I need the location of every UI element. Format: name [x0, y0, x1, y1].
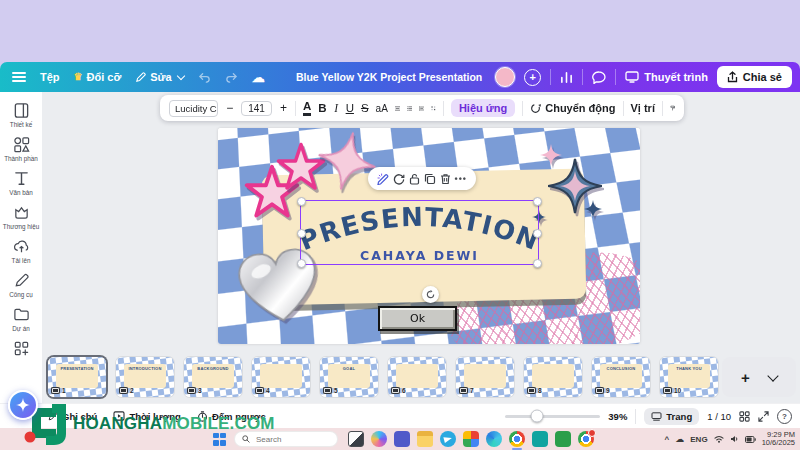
slide-thumbnail[interactable]: CONCLUSION9 [592, 357, 650, 397]
redo-icon[interactable] [225, 71, 238, 84]
resize-menu[interactable]: ♛ Đổi cỡ [74, 71, 122, 83]
share-button[interactable]: Chia sẻ [717, 66, 792, 88]
slide-thumbnail[interactable]: 4 [252, 357, 310, 397]
comment-count-badge[interactable]: 10 [663, 387, 681, 394]
more-options-icon[interactable]: ••• [455, 174, 467, 184]
invite-member-button[interactable]: + [524, 69, 541, 86]
insights-chart-icon[interactable] [560, 71, 573, 84]
copy-style-button[interactable] [670, 102, 675, 114]
comment-count-badge[interactable]: 9 [595, 387, 610, 394]
comment-count-badge[interactable]: 8 [527, 387, 542, 394]
comment-count-badge[interactable]: 1 [51, 387, 66, 394]
transparency-button[interactable] [431, 103, 436, 114]
font-size-increase-button[interactable]: + [279, 101, 288, 115]
selection-handle[interactable] [533, 259, 542, 268]
chrome-icon[interactable] [509, 431, 525, 447]
duration-button[interactable]: Thời lượng [113, 411, 181, 422]
font-size-decrease-button[interactable]: − [225, 101, 234, 115]
slide-page[interactable]: PRESENTATION CAHAYA DEWI ••• [218, 128, 640, 344]
taskbar-search[interactable] [234, 431, 338, 447]
selection-handle[interactable] [297, 259, 306, 268]
hamburger-menu-icon[interactable] [12, 72, 26, 82]
animate-element-icon[interactable] [393, 173, 405, 185]
sidebar-item-text[interactable]: Văn bản [0, 166, 42, 200]
file-explorer-icon[interactable] [417, 431, 433, 447]
comments-icon[interactable] [592, 71, 606, 84]
tray-chevron-icon[interactable]: ^ [665, 435, 670, 444]
slide-thumbnail[interactable]: 6 [388, 357, 446, 397]
comment-count-badge[interactable]: 2 [119, 387, 134, 394]
edge-icon[interactable] [486, 431, 502, 447]
editor-canvas[interactable]: PRESENTATION CAHAYA DEWI ••• [42, 92, 800, 403]
strikethrough-button[interactable]: S [361, 102, 369, 114]
green-app-icon[interactable] [555, 431, 571, 447]
text-selection-box[interactable]: PRESENTATION CAHAYA DEWI [300, 200, 539, 265]
sidebar-item-apps[interactable] [0, 336, 42, 363]
selection-handle[interactable] [297, 229, 306, 238]
add-page-button[interactable]: + [741, 369, 750, 386]
list-button[interactable] [407, 103, 412, 114]
text-color-button[interactable]: A [303, 100, 311, 115]
underline-button[interactable]: U [346, 102, 354, 114]
comment-count-badge[interactable]: 3 [187, 387, 202, 394]
slide-thumbnail[interactable]: INTRODUCTION2 [116, 357, 174, 397]
chrome-profile-icon[interactable] [578, 431, 594, 447]
ok-button-graphic[interactable]: Ok [378, 306, 457, 331]
bold-button[interactable]: B [318, 102, 326, 114]
zoom-slider-knob[interactable] [530, 410, 543, 423]
slide-thumbnail[interactable]: GOAL5 [320, 357, 378, 397]
slide-thumbnail[interactable]: BACKGROUND3 [184, 357, 242, 397]
file-menu[interactable]: Tệp [40, 71, 60, 83]
selection-handle[interactable] [533, 229, 542, 238]
magic-edit-icon[interactable] [377, 173, 389, 185]
cloud-sync-icon[interactable]: ☁ [252, 70, 265, 85]
teams-icon[interactable] [394, 431, 410, 447]
rotate-handle[interactable] [422, 286, 439, 303]
quillbot-icon[interactable] [532, 431, 548, 447]
avatar[interactable] [495, 67, 515, 87]
comment-count-badge[interactable]: 6 [391, 387, 406, 394]
slide-thumbnail[interactable]: 7 [456, 357, 514, 397]
slide-thumbnail[interactable]: 8 [524, 357, 582, 397]
sidebar-item-projects[interactable]: Dự án [0, 302, 42, 336]
spacing-button[interactable] [419, 103, 424, 114]
text-case-button[interactable]: aA [376, 103, 388, 114]
comment-count-badge[interactable]: 7 [459, 387, 474, 394]
page-view-button[interactable]: Trang [644, 408, 699, 425]
sidebar-item-elements[interactable]: Thành phần [0, 132, 42, 166]
zoom-slider[interactable] [505, 415, 600, 418]
font-size-value[interactable]: 141 [241, 101, 272, 116]
effects-button[interactable]: Hiệu ứng [451, 99, 515, 117]
alignment-button[interactable] [395, 103, 400, 114]
telegram-icon[interactable] [440, 431, 456, 447]
italic-button[interactable]: I [334, 102, 339, 114]
wifi-icon[interactable] [714, 435, 724, 443]
slide-subtitle-text[interactable]: CAHAYA DEWI [301, 248, 538, 263]
animate-button[interactable]: Chuyển động [530, 102, 615, 114]
sidebar-item-tools[interactable]: Công cụ [0, 268, 42, 302]
font-family-select[interactable]: Lucidity Conden... [169, 100, 218, 117]
grid-view-icon[interactable] [739, 411, 750, 422]
speaker-icon[interactable] [730, 435, 739, 443]
canva-assistant-button[interactable] [8, 390, 38, 420]
battery-icon[interactable] [745, 436, 756, 443]
onedrive-cloud-icon[interactable]: ☁ [675, 434, 684, 444]
position-button[interactable]: Vị trí [631, 102, 655, 114]
fullscreen-icon[interactable] [758, 411, 769, 422]
trash-icon[interactable] [440, 173, 451, 185]
present-button[interactable]: Thuyết trình [625, 71, 708, 83]
document-title[interactable]: Blue Yellow Y2K Project Presentation [296, 71, 482, 83]
notes-button[interactable]: Ghi chú [48, 411, 97, 422]
comment-count-badge[interactable]: 4 [255, 387, 270, 394]
lock-icon[interactable] [409, 173, 420, 185]
sidebar-item-uploads[interactable]: Tải lên [0, 234, 42, 268]
duplicate-icon[interactable] [424, 173, 436, 185]
selection-handle[interactable] [297, 197, 306, 206]
comment-count-badge[interactable]: 5 [323, 387, 338, 394]
google-app-icon[interactable] [463, 431, 479, 447]
countdown-button[interactable]: Đếm ngược [197, 411, 266, 422]
slide-thumbnail[interactable]: THANK YOU10 [660, 357, 718, 397]
clock[interactable]: 9:29 PM 10/6/2025 [762, 431, 795, 448]
copilot-icon[interactable] [371, 431, 387, 447]
sidebar-item-brand[interactable]: Thương hiệu [0, 200, 42, 234]
